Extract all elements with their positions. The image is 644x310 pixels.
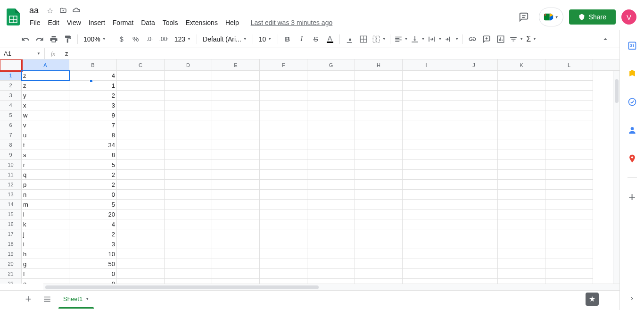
keep-icon[interactable] [623, 64, 642, 83]
add-sheet-button[interactable]: + [21, 292, 36, 307]
cell[interactable] [498, 101, 545, 110]
cell[interactable] [355, 91, 403, 101]
cell[interactable] [450, 239, 498, 249]
cell[interactable] [307, 249, 355, 259]
cell[interactable] [307, 101, 355, 110]
cell[interactable] [403, 229, 450, 239]
select-all-corner[interactable] [0, 59, 22, 71]
all-sheets-button[interactable] [40, 292, 55, 307]
cell[interactable] [117, 140, 165, 150]
cell[interactable] [403, 259, 450, 269]
cell[interactable] [403, 140, 450, 150]
cell[interactable] [307, 81, 355, 91]
cell[interactable] [212, 259, 260, 269]
row-header[interactable]: 21 [0, 269, 22, 279]
cell[interactable] [165, 140, 212, 150]
cell[interactable] [498, 249, 545, 259]
row-header[interactable]: 4 [0, 101, 22, 110]
cell[interactable]: 3 [69, 101, 117, 110]
cell[interactable] [165, 259, 212, 269]
cell[interactable] [307, 71, 355, 81]
cell[interactable]: w [22, 110, 69, 120]
menu-edit[interactable]: Edit [45, 17, 63, 28]
row-header[interactable]: 10 [0, 160, 22, 170]
sheet-tab[interactable]: Sheet1▼ [58, 293, 94, 305]
cell[interactable] [260, 200, 307, 209]
cell[interactable] [498, 91, 545, 101]
cell[interactable] [450, 279, 498, 284]
cell[interactable] [307, 180, 355, 190]
cell[interactable] [355, 150, 403, 160]
cell[interactable] [355, 120, 403, 130]
cell[interactable]: r [22, 160, 69, 170]
strikethrough-button[interactable]: S [309, 33, 322, 46]
share-button[interactable]: Share [569, 9, 616, 25]
cell[interactable] [403, 150, 450, 160]
cell[interactable] [260, 101, 307, 110]
cell[interactable] [165, 170, 212, 180]
add-addon-button[interactable]: + [623, 187, 642, 206]
filter-button[interactable]: ▼ [508, 33, 524, 45]
cell[interactable] [450, 180, 498, 190]
calendar-icon[interactable]: 31 [623, 36, 642, 55]
formula-input[interactable]: z [61, 50, 619, 57]
menu-data[interactable]: Data [138, 17, 158, 28]
insert-chart-button[interactable] [494, 33, 507, 46]
cell[interactable] [212, 170, 260, 180]
cell[interactable] [545, 101, 593, 110]
cell[interactable] [545, 160, 593, 170]
horizontal-scrollbar[interactable]: ◄► [43, 284, 641, 290]
cell[interactable]: 10 [69, 249, 117, 259]
cell[interactable] [117, 209, 165, 219]
column-header[interactable]: L [545, 59, 593, 70]
redo-button[interactable] [33, 33, 46, 46]
row-header[interactable]: 13 [0, 190, 22, 200]
explore-button[interactable] [586, 293, 599, 306]
menu-insert[interactable]: Insert [85, 17, 108, 28]
cell[interactable]: h [22, 249, 69, 259]
cell[interactable] [165, 180, 212, 190]
menu-format[interactable]: Format [109, 17, 137, 28]
cell[interactable] [117, 160, 165, 170]
cell[interactable] [355, 101, 403, 110]
star-icon[interactable]: ☆ [45, 6, 55, 15]
cell[interactable]: 50 [69, 259, 117, 269]
cell[interactable] [498, 259, 545, 269]
cell[interactable] [307, 150, 355, 160]
cell[interactable] [117, 101, 165, 110]
column-header[interactable]: E [212, 59, 260, 70]
cell[interactable] [260, 110, 307, 120]
column-header[interactable]: C [117, 59, 165, 70]
cell[interactable] [498, 160, 545, 170]
cell[interactable] [212, 229, 260, 239]
cell[interactable] [117, 91, 165, 101]
cell[interactable] [450, 71, 498, 81]
cell[interactable] [165, 229, 212, 239]
cell[interactable]: f [22, 269, 69, 279]
cell[interactable] [260, 140, 307, 150]
cell[interactable] [212, 71, 260, 81]
cell[interactable] [307, 170, 355, 180]
cell[interactable] [545, 150, 593, 160]
cell[interactable] [307, 140, 355, 150]
cell[interactable]: u [22, 130, 69, 140]
cell[interactable]: 7 [69, 120, 117, 130]
cell[interactable] [545, 81, 593, 91]
number-format-dropdown[interactable]: 123▼ [172, 33, 194, 45]
cell[interactable] [450, 219, 498, 229]
cell[interactable] [165, 81, 212, 91]
cell[interactable] [212, 120, 260, 130]
bold-button[interactable]: B [281, 33, 294, 46]
zoom-dropdown[interactable]: 100%▼ [81, 33, 109, 45]
row-header[interactable]: 1 [0, 71, 22, 81]
cell[interactable] [165, 200, 212, 209]
row-header[interactable]: 16 [0, 219, 22, 229]
cell[interactable] [450, 150, 498, 160]
row-header[interactable]: 7 [0, 130, 22, 140]
cell[interactable]: 9 [69, 110, 117, 120]
cell[interactable] [545, 239, 593, 249]
cell[interactable] [165, 219, 212, 229]
row-header[interactable]: 8 [0, 140, 22, 150]
row-header[interactable]: 15 [0, 209, 22, 219]
cell[interactable] [260, 239, 307, 249]
